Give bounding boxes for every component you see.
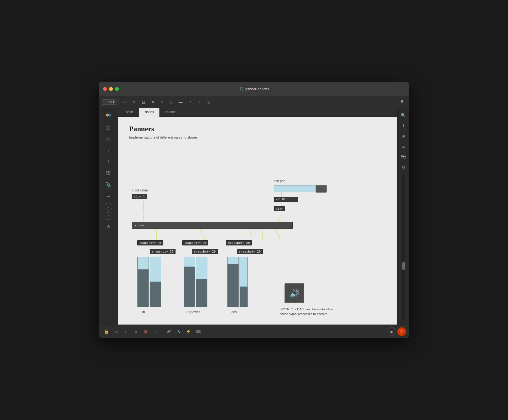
sidebar-icon-monitor[interactable]: ▭: [104, 134, 113, 144]
bt-cursor[interactable]: ▭: [112, 327, 120, 336]
bottom-right: ▶ ⏻: [388, 327, 406, 336]
lin-bar-left[interactable]: [137, 257, 149, 307]
eqpower-group: [184, 257, 207, 307]
toolbar-right: ⠿: [398, 98, 406, 106]
toolbar-play-btn[interactable]: ▷: [167, 98, 176, 106]
toolbar-help-btn[interactable]: ?: [186, 98, 194, 106]
sidebar-icon-star[interactable]: ★: [104, 221, 113, 231]
sidebar-icon-b[interactable]: b: [105, 212, 112, 220]
zoom-control[interactable]: 100% ▾: [102, 99, 116, 105]
toolbar-add-btn[interactable]: ＋: [195, 98, 203, 106]
rnbo-obj[interactable]: rnbo~: [132, 222, 293, 229]
sidebar-icon-arrow[interactable]: ←: [104, 191, 113, 201]
patch-subtitle: Implementations of different panning slo…: [129, 135, 386, 139]
sidebar-icon-sequence[interactable]: ⋮: [104, 157, 113, 167]
pan-pos-slider[interactable]: [274, 185, 327, 192]
toolbar-close-btn[interactable]: ✕: [149, 98, 157, 106]
rs-layout[interactable]: ▣: [400, 132, 408, 140]
power-button[interactable]: ⏻: [397, 327, 406, 336]
toolbar-arrow-btn[interactable]: ◇: [204, 98, 213, 106]
minimize-button[interactable]: [109, 87, 113, 91]
rs-mixer[interactable]: ⚙: [400, 163, 408, 171]
rs-list[interactable]: ☰: [400, 142, 408, 151]
play-button[interactable]: ▶: [388, 327, 396, 336]
cos-fill-right: [240, 287, 247, 307]
close-button[interactable]: [103, 87, 107, 91]
sidebar-icon-target[interactable]: ◎: [104, 123, 113, 133]
title-text: panner-options: [245, 87, 269, 91]
dac-button[interactable]: 🔊: [285, 283, 304, 303]
grid-button[interactable]: ⠿: [398, 98, 406, 106]
bt-wrench[interactable]: 🔧: [174, 327, 183, 336]
sig-tilde-1-obj[interactable]: sig~ 1: [132, 194, 147, 199]
patch-area: input value sig~ 1 pan pos 0.815 sig~: [129, 150, 361, 319]
bt-lock[interactable]: 🔒: [102, 327, 111, 336]
bt-piano[interactable]: ⚡: [184, 327, 193, 336]
speaker-icon: 🔊: [289, 289, 300, 298]
scroll-thumb[interactable]: [402, 262, 405, 270]
toolbar-comment-btn[interactable]: ◻: [140, 98, 148, 106]
main-window: 🎵 panner-options 100% ▾ ▭ m ◻ ✕ ○ ▷ ▬ ? …: [99, 82, 409, 338]
rs-info[interactable]: ℹ: [400, 122, 408, 130]
sig-tilde-obj[interactable]: sig~: [274, 206, 285, 211]
cos-label: cos: [231, 310, 237, 314]
bt-present[interactable]: ▶⃝: [122, 327, 130, 336]
sidebar-icon-clip[interactable]: 📎: [104, 180, 113, 190]
input-label: input value: [132, 188, 148, 192]
bt-copy[interactable]: ⧉: [131, 327, 140, 336]
toolbar-bang-btn[interactable]: ○: [158, 98, 166, 106]
cos-group: [227, 257, 248, 307]
bottom-toolbar: 🔒 ▭ ▶⃝ ⧉ 🔇 # 🔗 🔧 ⚡ ⌨ ▶ ⏻: [99, 325, 409, 338]
eqpower-bar-left[interactable]: [184, 257, 195, 307]
scrollbar-area: [402, 173, 405, 321]
dac-note: NOTE: The DAC must be 'on' to allow thes…: [280, 307, 335, 317]
bt-keyboard[interactable]: ⌨: [194, 327, 202, 336]
lin-line-right: [150, 281, 161, 282]
sidebar-icon-image[interactable]: 🖼: [104, 169, 113, 178]
cos-line-left: [228, 264, 238, 264]
lin-line-left: [138, 269, 149, 269]
title-icon: 🎵: [239, 87, 244, 91]
tab-bounds[interactable]: bounds: [159, 108, 181, 117]
bt-separator: [162, 329, 162, 335]
eqpower-bar-right[interactable]: [196, 257, 207, 307]
lin-bar-right[interactable]: [150, 257, 161, 307]
cos-line-right: [240, 286, 247, 287]
rs-camera[interactable]: 📷: [400, 153, 408, 161]
rs-search[interactable]: 🔍: [400, 111, 408, 119]
slider-handle: [316, 185, 326, 193]
svg-point-1: [108, 114, 111, 116]
svg-line-11: [276, 230, 280, 240]
toolbar-message-btn[interactable]: m: [130, 98, 138, 106]
snapshot-3a[interactable]: snapshot~ 20: [226, 240, 252, 245]
snapshot-3b[interactable]: snapshot~ 20: [237, 249, 263, 254]
patch-canvas[interactable]: Panners Implementations of different pan…: [118, 117, 397, 325]
top-toolbar: 100% ▾ ▭ m ◻ ✕ ○ ▷ ▬ ? ＋ ◇ ⠿: [99, 96, 409, 108]
lin-fill-right: [150, 282, 161, 307]
scroll-track[interactable]: [402, 175, 405, 320]
snapshot-2b[interactable]: snapshot~ 20: [192, 249, 218, 254]
bt-connect[interactable]: 🔗: [164, 327, 173, 336]
toolbar-slider-btn[interactable]: ▬: [177, 98, 185, 106]
cos-bar-left[interactable]: [227, 257, 239, 307]
lin-group: [137, 257, 161, 307]
tab-basic[interactable]: basic: [120, 108, 139, 117]
eqpower-label: eqpower: [186, 310, 200, 314]
left-sidebar: ◎ ▭ ♪ ⋮ 🖼 📎 ← v b ★: [99, 108, 118, 325]
sidebar-icon-note[interactable]: ♪: [104, 146, 113, 155]
tab-slopes[interactable]: slopes: [139, 108, 159, 117]
bt-grid[interactable]: #: [151, 327, 160, 336]
snapshot-1b[interactable]: snapshot~ 20: [150, 249, 176, 254]
pan-num-box[interactable]: 0.815: [274, 197, 298, 202]
content-area: basic slopes bounds Panners Implementati…: [118, 108, 397, 325]
maximize-button[interactable]: [115, 87, 119, 91]
titlebar: 🎵 panner-options: [99, 82, 409, 96]
cos-bar-right[interactable]: [240, 257, 248, 307]
snapshot-1a[interactable]: snapshot~ 20: [137, 240, 163, 245]
toolbar-lock-btn[interactable]: ▭: [121, 98, 129, 106]
snapshot-2a[interactable]: snapshot~ 20: [182, 240, 208, 245]
svg-line-7: [200, 230, 205, 240]
sidebar-icon-v[interactable]: v: [105, 203, 112, 211]
bt-mute[interactable]: 🔇: [141, 327, 150, 336]
sidebar-icon-patch[interactable]: [104, 111, 113, 121]
